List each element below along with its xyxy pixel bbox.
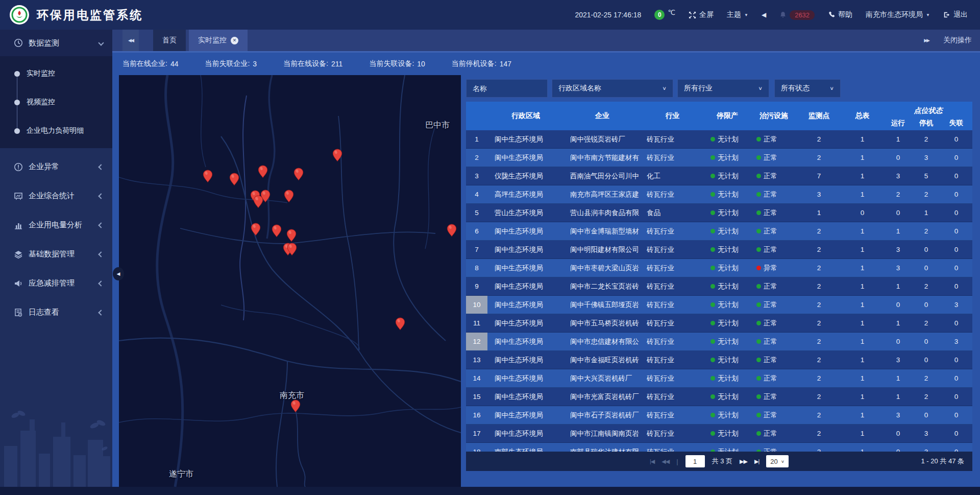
sidebar-item-log-view[interactable]: 日志查看 [0,298,112,327]
close-tab-icon[interactable]: ✕ [231,37,238,44]
table-row[interactable]: 2阆中生态环境局阆中市南方节能建材有砖瓦行业无计划正常21030 [466,149,972,167]
table-row[interactable]: 3仪陇生态环境局西南油气田分公司川中化工无计划正常71350 [466,167,972,185]
fullscreen-button[interactable]: 全屏 [689,10,714,19]
table-row[interactable]: 4高坪生态环境局南充市高坪区王家店建砖瓦行业无计划正常31220 [466,185,972,204]
sidebar-item-power-load-detail[interactable]: 企业电力负荷明细 [0,116,112,145]
theme-dropdown[interactable]: 主题 ▼ [727,10,748,19]
map-pin[interactable] [395,317,405,331]
sidebar-item-base-data[interactable]: 基础数据管理 [0,240,112,269]
map-pin[interactable] [203,170,213,183]
map-pin[interactable] [287,243,297,256]
last-page-icon[interactable]: ▶| [754,458,759,465]
brand: 环保用电监管系统 [0,5,143,25]
logout-button[interactable]: 退出 [943,10,968,19]
table-row[interactable]: 15阆中生态环境局阆中市光富页岩机砖厂砖瓦行业无计划正常21120 [466,388,972,406]
row-lost: 0 [940,130,972,148]
tab-bar: ◀◀ 首页 实时监控 ✕ ▶▶ 关闭操作 [112,30,980,53]
tab-realtime-monitor[interactable]: 实时监控 ✕ [189,30,248,51]
double-chevron-left-icon: ◀◀ [128,38,133,43]
table-row[interactable]: 17阆中生态环境局阆中市江南镇阆南页岩砖瓦行业无计划正常21030 [466,425,972,443]
chevron-left-icon [98,164,104,170]
table-row[interactable]: 18南部生态环境局南部县瑞华达建材有限砖瓦行业无计划正常21030 [466,443,972,452]
row-region: 阆中生态环境局 [487,406,564,424]
sidebar-item-power-usage-analysis[interactable]: 企业用电量分析 [0,210,112,240]
sidebar-item-enterprise-abnormal[interactable]: 企业异常 [0,152,112,181]
city-skyline-decoration [0,405,112,487]
bullet-icon [14,71,20,77]
page-size-select[interactable]: 20 ∨ [766,455,789,467]
table-row[interactable]: 14阆中生态环境局阆中大兴页岩机砖厂砖瓦行业无计划正常21120 [466,369,972,388]
row-down: 2 [912,314,940,332]
tab-scroll-left-button[interactable]: ◀◀ [122,30,139,51]
map-pin[interactable] [253,195,263,209]
row-run: 0 [884,204,912,222]
sidebar-item-data-monitor[interactable]: 数据监测 [0,30,112,56]
table-row[interactable]: 16阆中生态环境局阆中市石子页岩机砖厂砖瓦行业无计划正常21300 [466,406,972,425]
sidebar-item-emergency-reduction[interactable]: 应急减排管理 [0,269,112,298]
status-dot-icon [710,321,715,325]
table-row[interactable]: 13阆中生态环境局阆中市金福旺页岩机砖砖瓦行业无计划正常21300 [466,351,972,369]
temperature-unit: ℃ [668,9,675,16]
sidebar-item-video-monitor[interactable]: 视频监控 [0,88,112,116]
row-down: 3 [912,443,940,452]
row-industry: 化工 [641,167,704,185]
sound-toggle-button[interactable]: ◀ [762,11,766,18]
tab-home[interactable]: 首页 [153,30,186,51]
name-filter-field[interactable] [466,79,548,98]
table-row[interactable]: 5营山生态环境局营山县润丰肉食品有限食品无计划正常10010 [466,204,972,222]
row-industry: 砖瓦行业 [641,314,704,332]
table-row[interactable]: 12阆中生态环境局阆中市忠信建材有限公砖瓦行业无计划正常21003 [466,333,972,351]
map-pin[interactable] [290,399,301,413]
status-filter-select[interactable]: 所有状态 ∨ [774,79,841,98]
row-points: 2 [797,314,841,332]
table-row[interactable]: 7阆中生态环境局阆中明阳建材有限公司砖瓦行业无计划正常21300 [466,241,972,259]
chevron-down-icon: ∨ [758,85,763,91]
status-dot-icon [756,192,761,197]
row-stop-status: 无计划 [704,204,750,222]
map-pin[interactable] [272,224,282,238]
close-operations-button[interactable]: 关闭操作 [943,36,972,45]
table-row[interactable]: 6阆中生态环境局阆中市金博瑞新型墙材砖瓦行业无计划正常21120 [466,222,972,241]
sidebar-item-enterprise-statistics[interactable]: 企业综合统计 [0,181,112,210]
row-facility-status: 正常 [750,277,797,295]
map-pin[interactable] [447,224,457,238]
row-run: 1 [884,314,912,332]
name-filter-input[interactable] [473,84,541,92]
map-pin[interactable] [286,229,297,243]
map-pin[interactable] [229,173,239,186]
help-button[interactable]: 帮助 [828,10,852,19]
row-total: 0 [841,204,884,222]
row-stop-status: 无计划 [704,277,750,295]
next-page-icon[interactable]: ▶▶ [740,458,747,465]
tab-scroll-right-button[interactable]: ▶▶ [924,38,929,43]
table-row[interactable]: 9阆中生态环境局阆中市二龙长宝页岩砖砖瓦行业无计划正常21120 [466,277,972,296]
row-run: 1 [884,369,912,387]
map-pin[interactable] [251,223,261,237]
row-company: 阆中大兴页岩机砖厂 [564,369,641,387]
table-row[interactable]: 10阆中生态环境局阆中千佛镇五郎垭页岩砖瓦行业无计划正常21003 [466,296,972,314]
row-points: 2 [797,259,841,277]
status-dot-icon [756,431,761,436]
region-filter-select[interactable]: 行政区域名称 ∨ [552,79,673,98]
row-index: 7 [466,241,487,258]
row-run: 0 [884,333,912,350]
table-row[interactable]: 8阆中生态环境局阆中市枣碧大梁山页岩砖瓦行业无计划异常21300 [466,259,972,277]
page-number-input[interactable] [685,455,705,467]
sidebar-item-realtime-monitor[interactable]: 实时监控 [0,59,112,88]
row-facility-status: 正常 [750,222,797,240]
alarm-counter[interactable]: 2632 [779,10,815,20]
industry-filter-select[interactable]: 所有行业 ∨ [677,79,769,98]
map-pin[interactable] [293,168,304,181]
map-pin[interactable] [332,149,342,162]
sidebar-collapse-button[interactable]: ◀ [113,267,124,280]
map-pin[interactable] [258,165,268,179]
map-pin[interactable] [284,190,294,203]
prev-page-icon[interactable]: ◀◀ [662,458,669,465]
row-lost: 0 [940,369,972,387]
org-dropdown[interactable]: 南充市生态环境局 ▼ [866,10,930,19]
first-page-icon[interactable]: |◀ [650,458,654,465]
map-canvas[interactable]: 巴中市南充市遂宁市 [119,75,461,487]
table-row[interactable]: 11阆中生态环境局阆中市五马桥页岩机砖砖瓦行业无计划正常21120 [466,314,972,333]
row-industry: 砖瓦行业 [641,241,704,258]
table-row[interactable]: 1阆中生态环境局阆中强锐页岩砖厂砖瓦行业无计划正常21120 [466,130,972,149]
